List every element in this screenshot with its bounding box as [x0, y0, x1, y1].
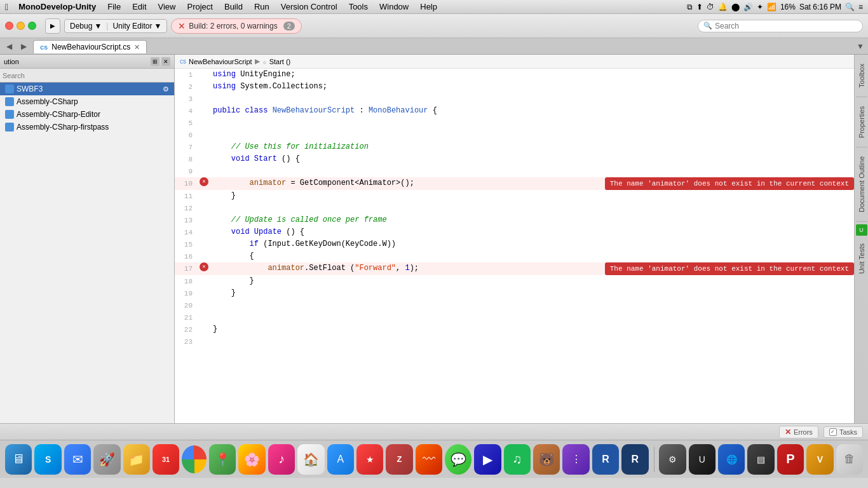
menu-project[interactable]: Project [182, 1, 218, 13]
line-number-23: 23 [175, 336, 198, 348]
dock-tools[interactable]: ⚙ [659, 444, 686, 475]
menu-edit[interactable]: Edit [127, 1, 151, 13]
dock-maps[interactable]: 📍 [209, 444, 236, 475]
line-content-14: void Update () { [210, 226, 854, 238]
menu-view[interactable]: View [153, 1, 181, 13]
line-content-7: // Use this for initialization [210, 141, 854, 152]
menu-window[interactable]: Window [374, 1, 414, 13]
dock-finder[interactable]: 🖥 [5, 444, 32, 475]
unit-tests-icon[interactable]: U [856, 224, 867, 236]
line-number-6: 6 [175, 129, 198, 141]
dock-vega[interactable]: V [806, 444, 833, 475]
dock-approw[interactable]: ⋮ [562, 444, 589, 475]
errors-button[interactable]: ✕ Errors [779, 426, 818, 438]
solution-item-assembly-firstpass[interactable]: Assembly-CSharp-firstpass [0, 121, 174, 133]
solution-item-swbf3[interactable]: SWBF3 ⚙ [0, 83, 174, 95]
error-tooltip-10: The name 'animator' does not exist in th… [605, 177, 854, 190]
play-button[interactable]: ▶ [45, 18, 60, 34]
code-line-14: 14 void Update () { [175, 226, 854, 238]
menu-file[interactable]: File [102, 1, 126, 13]
nav-forward-button[interactable]: ▶ [17, 41, 31, 52]
dock-itunes[interactable]: ♪ [268, 444, 295, 475]
dock-rocket[interactable]: 🚀 [93, 444, 120, 475]
dock-photos[interactable]: 🌸 [238, 444, 265, 475]
solution-search-bar[interactable]: Search [0, 69, 174, 83]
tasks-button[interactable]: ✓ Tasks [824, 426, 863, 438]
dock-imessage[interactable]: 💬 [445, 444, 471, 475]
apple-menu-icon[interactable]:  [5, 2, 8, 12]
dock-calendar[interactable]: 31 [153, 444, 179, 475]
sidebar-tab-unit-tests[interactable]: Unit Tests [856, 237, 867, 280]
menu-version-control[interactable]: Version Control [276, 1, 342, 13]
line-number-13: 13 [175, 214, 198, 226]
line-content-8: void Start () { [210, 153, 854, 165]
pad-options-button[interactable]: ⊞ [151, 57, 159, 66]
editor-label: Unity Editor [112, 22, 152, 30]
dock-filezilla[interactable]: Z [386, 444, 412, 475]
build-status-bar[interactable]: ✕ Build: 2 errors, 0 warnings 2 [171, 18, 302, 34]
close-button[interactable] [5, 22, 13, 30]
dock-files[interactable]: ▤ [747, 444, 774, 475]
dock-r2[interactable]: R [621, 444, 648, 475]
dock-chrome2[interactable]: 🌐 [718, 444, 745, 475]
solution-item-assembly-csharp-editor[interactable]: Assembly-CSharp-Editor [0, 108, 174, 121]
menu-build[interactable]: Build [219, 1, 248, 13]
breadcrumb-class[interactable]: NewBehaviourScript [189, 58, 252, 65]
menubar:  MonoDevelop-Unity File Edit View Proje… [0, 0, 868, 14]
dock-spotify[interactable]: ♫ [504, 444, 531, 475]
line-number-21: 21 [175, 311, 198, 323]
minimize-button[interactable] [17, 22, 25, 30]
list-icon[interactable]: ≡ [858, 3, 863, 11]
dock-quicktime[interactable]: ▶ [474, 444, 501, 475]
tab-newbehaviourscript[interactable]: cs NewBehaviourScript.cs ✕ [33, 40, 147, 53]
pad-close-button[interactable]: ✕ [161, 57, 170, 66]
solution-item-label-assembly: Assembly-CSharp [17, 97, 78, 106]
debug-label: Debug [70, 22, 92, 30]
search-icon: 🔍 [703, 22, 712, 30]
search-input[interactable] [715, 22, 857, 30]
csharp-file-icon: cs [40, 43, 48, 51]
breadcrumb-method[interactable]: Start () [269, 58, 291, 65]
toolbar-search[interactable]: 🔍 [698, 20, 863, 32]
dock-app1[interactable]: ★ [356, 444, 383, 475]
code-line-3: 3 [175, 93, 854, 105]
dock-home[interactable]: 🏠 [297, 444, 324, 475]
dock-skype[interactable]: S [34, 444, 61, 475]
solution-pad-title: ution [4, 58, 19, 65]
tab-close-button[interactable]: ✕ [134, 43, 140, 51]
menu-run[interactable]: Run [249, 1, 275, 13]
dock-pdf[interactable]: P [777, 444, 804, 475]
maximize-button[interactable] [28, 22, 36, 30]
menu-tools[interactable]: Tools [344, 1, 373, 13]
menu-help[interactable]: Help [415, 1, 442, 13]
dock-unity[interactable]: U [689, 444, 715, 475]
dock-r1[interactable]: R [592, 444, 619, 475]
dock-appstore[interactable]: A [327, 444, 354, 475]
tab-dropdown-button[interactable]: ▼ [853, 41, 868, 52]
solution-pad: ution ⊞ ✕ Search SWBF3 ⚙ Assembly-CSharp… [0, 55, 175, 423]
dock-mail[interactable]: ✉ [64, 444, 91, 475]
solution-item-assembly-csharp[interactable]: Assembly-CSharp [0, 95, 174, 108]
nav-back-button[interactable]: ◀ [3, 41, 16, 52]
code-line-19: 19 } [175, 287, 854, 299]
dock-chrome[interactable] [182, 445, 207, 473]
search-menubar-icon[interactable]: 🔍 [845, 3, 855, 11]
code-line-12: 12 [175, 202, 854, 214]
volume-icon: 🔊 [743, 3, 753, 11]
sidebar-tab-document-outline[interactable]: Document Outline [856, 150, 867, 219]
dock-folder[interactable]: 📁 [123, 444, 150, 475]
statusbar: ✕ Errors ✓ Tasks [0, 423, 868, 440]
sidebar-tab-toolbox[interactable]: Toolbox [856, 57, 867, 94]
debug-dropdown[interactable]: Debug ▼ | Unity Editor ▼ [64, 19, 167, 33]
dock-bear[interactable]: 🐻 [533, 444, 560, 475]
breadcrumb-file-icon: cs [180, 58, 186, 65]
code-line-18: 18 } [175, 275, 854, 287]
dock-trash[interactable]: 🗑 [836, 444, 863, 475]
code-editor[interactable]: 1 using UnityEngine; 2 using System.Coll… [175, 69, 854, 423]
app-name[interactable]: MonoDevelop-Unity [13, 1, 101, 13]
line-content-19: } [210, 287, 854, 299]
sidebar-tab-properties[interactable]: Properties [856, 100, 867, 144]
menubar-right: ⧉ ⬆ ⏱ 🔔 ⬤ 🔊 ✦ 📶 16% Sat 6:16 PM 🔍 ≡ [687, 3, 863, 11]
dock-waveform[interactable]: 〰 [416, 444, 442, 475]
settings-icon: ⚙ [163, 85, 169, 93]
